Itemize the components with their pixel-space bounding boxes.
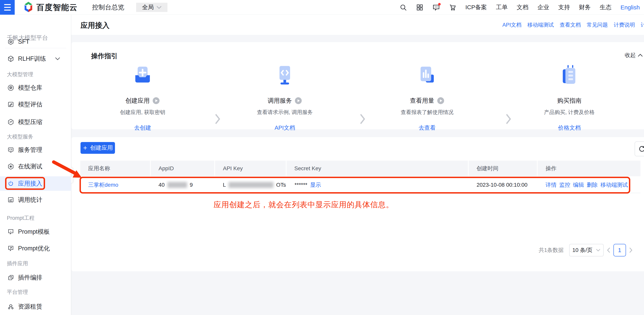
action-monitor[interactable]: 监控 (560, 181, 570, 189)
nav-enterprise[interactable]: 企业 (538, 3, 549, 11)
sidebar-item-label: RLHF训练 (18, 55, 46, 63)
region-scope-selector[interactable]: 全局 (136, 3, 168, 12)
chevron-down-icon (55, 57, 60, 60)
sidebar-item-label: 应用接入 (18, 180, 42, 188)
sidebar-item-resource-lease[interactable]: 资源租赁 (0, 299, 71, 314)
sidebar-item-service-mgmt[interactable]: 服务管理 (0, 142, 71, 157)
sidebar-item-sft[interactable]: SFT (0, 34, 71, 49)
app-name-link[interactable]: 三掌柜demo (88, 181, 118, 189)
sidebar-item-rlhf[interactable]: RLHF训练 (0, 52, 71, 66)
action-edit[interactable]: 编辑 (573, 181, 584, 189)
guide-title: 操作指引 (91, 52, 118, 60)
link-api-doc[interactable]: API文档 (502, 21, 522, 28)
nav-icp[interactable]: ICP备案 (465, 3, 487, 11)
price-doc-link[interactable]: 价格文档 (558, 124, 581, 132)
chevron-up-icon (638, 54, 643, 57)
sidebar-item-label: 服务管理 (18, 146, 42, 154)
scope-value: 全局 (142, 3, 154, 11)
step-title: 调用服务 (268, 96, 292, 105)
sidebar-item-call-stats[interactable]: 调用统计 (0, 192, 71, 207)
cube-circle-icon (8, 84, 14, 91)
play-icon[interactable] (152, 97, 160, 104)
nodes-icon (8, 303, 14, 310)
messages-icon[interactable] (432, 4, 440, 11)
col-created: 创建时间 (469, 161, 537, 176)
pagination: 共1条数据 10 条/页 1 (539, 244, 636, 256)
hamburger-menu-button[interactable] (0, 0, 15, 15)
sidebar-item-model-repo[interactable]: 模型仓库 (0, 80, 71, 95)
sidebar-item-online-test[interactable]: 在线测试 (0, 159, 71, 174)
edit-chart-icon (8, 101, 14, 108)
nav-ecosystem[interactable]: 生态 (600, 3, 612, 11)
arrow-right-icon (214, 111, 220, 127)
chevron-right-icon (629, 247, 633, 253)
usage-chart-icon (416, 65, 438, 87)
page-toolbar-links: API文档 移动端测试 查看文档 常见问题 计费说明 计费管理 提交工单 (502, 15, 644, 35)
action-delete[interactable]: 删除 (587, 181, 598, 189)
stats-chart-icon (8, 196, 14, 203)
go-create-link[interactable]: 去创建 (134, 124, 151, 132)
play-icon[interactable] (294, 97, 302, 104)
guide-step-call-service: 调用服务 查看请求示例, 调用服务 API文档 (214, 65, 356, 132)
sidebar: 千帆大模型平台 SFT RLHF训练 大模型管理 模型仓库 模型评估 模型压缩 … (0, 15, 71, 315)
next-page-button[interactable] (626, 247, 636, 253)
language-switch[interactable]: English (620, 4, 640, 11)
console-overview-link[interactable]: 控制台总览 (92, 0, 124, 15)
sidebar-item-model-compress[interactable]: 模型压缩 (0, 115, 71, 129)
nav-support[interactable]: 支持 (558, 3, 570, 11)
go-view-link[interactable]: 去查看 (418, 124, 436, 132)
page-header: 应用接入 API文档 移动端测试 查看文档 常见问题 计费说明 计费管理 提交工… (71, 15, 644, 35)
nav-docs[interactable]: 文档 (517, 3, 528, 11)
create-app-button[interactable]: 创建应用 (80, 142, 115, 154)
sidebar-item-label: SFT (18, 38, 30, 45)
sidebar-item-label: 模型评估 (18, 100, 42, 108)
guide-panel: 操作指引 收起 创建应用 创建应用, 获取密钥 去创建 (72, 42, 644, 129)
chevron-down-icon (596, 249, 600, 252)
show-secret-link[interactable]: 显示 (310, 181, 321, 189)
collapse-label: 收起 (625, 52, 636, 59)
sidebar-item-app-access[interactable]: 应用接入 (0, 176, 71, 191)
action-detail[interactable]: 详情 (546, 181, 557, 189)
collapse-guide-button[interactable]: 收起 (625, 52, 643, 59)
appid-prefix: 40 (158, 182, 164, 188)
nav-ticket[interactable]: 工单 (496, 3, 508, 11)
sidebar-item-prompt-optimize[interactable]: Prompt优化 (0, 241, 71, 256)
cart-icon[interactable] (449, 4, 456, 11)
search-icon[interactable] (400, 4, 407, 11)
sidebar-item-plugin-orchestrate[interactable]: 插件编排 (0, 270, 71, 285)
pagination-total: 共1条数据 (539, 246, 564, 254)
chevron-down-icon (156, 6, 162, 9)
sidebar-item-label: 模型压缩 (18, 118, 42, 126)
apikey-cell: LOTs (215, 177, 286, 193)
action-mobile-test[interactable]: 移动端测试 (600, 181, 628, 189)
step-title: 创建应用 (125, 96, 150, 105)
chevron-left-icon (607, 247, 610, 253)
table-row: 三掌柜demo 409 LOTs ****** 显示 2023-10-08 00… (80, 177, 640, 193)
api-doc-link[interactable]: API文档 (274, 124, 295, 132)
link-view-doc[interactable]: 查看文档 (560, 21, 581, 28)
link-mobile-test[interactable]: 移动端测试 (528, 21, 554, 28)
link-billing-info[interactable]: 计费说明 (614, 21, 635, 28)
test-cube-icon (8, 163, 14, 170)
page-size-select[interactable]: 10 条/页 (569, 244, 604, 256)
created-cell: 2023-10-08 00:10:00 (469, 177, 537, 193)
bubble-info-icon (8, 228, 14, 235)
apps-grid-icon[interactable] (416, 4, 424, 11)
link-faq[interactable]: 常见问题 (587, 21, 608, 28)
arrow-right-icon (360, 111, 365, 127)
sidebar-item-model-eval[interactable]: 模型评估 (0, 97, 71, 112)
link-billing-mgmt[interactable]: 计费管理 (641, 21, 644, 28)
sidebar-item-label: 资源租赁 (18, 302, 42, 311)
refresh-button[interactable] (634, 142, 644, 156)
create-app-icon (132, 65, 153, 87)
guide-step-create-app: 创建应用 创建应用, 获取密钥 去创建 (72, 65, 214, 132)
sidebar-item-label: Prompt优化 (18, 244, 50, 252)
prev-page-button[interactable] (604, 247, 614, 253)
compress-icon (8, 119, 14, 125)
sidebar-section-model-service: 大模型服务 (7, 133, 33, 140)
nav-finance[interactable]: 财务 (579, 3, 591, 11)
sidebar-item-label: 插件编排 (18, 274, 42, 282)
sidebar-item-prompt-template[interactable]: Prompt模板 (0, 224, 71, 239)
play-icon[interactable] (437, 97, 444, 104)
page-number-1[interactable]: 1 (614, 244, 626, 256)
